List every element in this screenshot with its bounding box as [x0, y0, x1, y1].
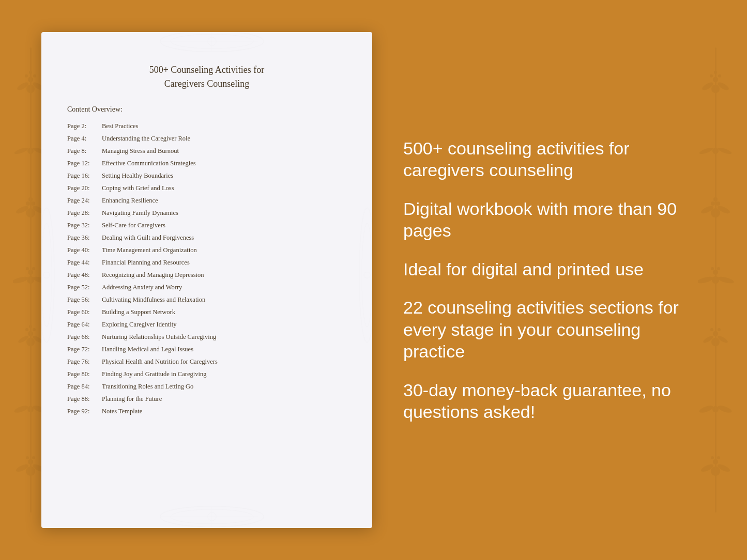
toc-item: Page 28:Navigating Family Dynamics [67, 208, 346, 218]
toc-page-number: Page 52: [67, 282, 101, 292]
toc-item: Page 20:Coping with Grief and Loss [67, 183, 346, 193]
svg-point-91 [362, 224, 372, 327]
toc-item: Page 44:Financial Planning and Resources [67, 257, 346, 268]
document-card: 500+ Counseling Activities for Caregiver… [41, 32, 372, 528]
toc-item: Page 48:Recognizing and Managing Depress… [67, 270, 346, 280]
toc-title: Coping with Grief and Loss [102, 183, 174, 193]
toc-page-number: Page 44: [67, 257, 101, 268]
toc-page-number: Page 84: [67, 381, 101, 392]
toc-item: Page 40:Time Management and Organization [67, 245, 346, 255]
toc-title: Handling Medical and Legal Issues [102, 344, 193, 354]
doc-watermark-left [41, 198, 62, 363]
toc-page-number: Page 24: [67, 195, 101, 206]
toc-item: Page 88:Planning for the Future [67, 394, 346, 404]
table-of-contents: Page 2:Best PracticesPage 4:Understandin… [67, 121, 346, 416]
toc-title: Managing Stress and Burnout [102, 146, 179, 156]
toc-title: Effective Communication Strategies [102, 158, 196, 168]
toc-page-number: Page 48: [67, 270, 101, 280]
toc-title: Cultivating Mindfulness and Relaxation [102, 294, 205, 305]
toc-title: Physical Health and Nutrition for Caregi… [102, 356, 218, 367]
toc-title: Setting Healthy Boundaries [102, 170, 173, 181]
toc-page-number: Page 88: [67, 394, 101, 404]
main-layout: 500+ Counseling Activities for Caregiver… [0, 0, 747, 560]
doc-watermark-top [155, 32, 258, 58]
doc-title: 500+ Counseling Activities for Caregiver… [67, 63, 346, 91]
toc-page-number: Page 56: [67, 294, 101, 305]
toc-title: Time Management and Organization [102, 245, 197, 255]
doc-watermark-bottom [155, 502, 258, 528]
toc-page-number: Page 76: [67, 356, 101, 367]
toc-title: Dealing with Guilt and Forgiveness [102, 232, 194, 243]
toc-page-number: Page 60: [67, 307, 101, 317]
toc-title: Financial Planning and Resources [102, 257, 190, 268]
toc-title: Navigating Family Dynamics [102, 208, 178, 218]
toc-title: Finding Joy and Gratitude in Caregiving [102, 369, 206, 379]
toc-item: Page 2:Best Practices [67, 121, 346, 131]
right-content: 500+ counseling activities for caregiver… [393, 137, 706, 423]
toc-item: Page 76:Physical Health and Nutrition fo… [67, 356, 346, 367]
svg-point-88 [41, 224, 52, 327]
toc-item: Page 80:Finding Joy and Gratitude in Car… [67, 369, 346, 379]
toc-item: Page 92:Notes Template [67, 406, 346, 416]
toc-page-number: Page 68: [67, 332, 101, 342]
feature-text-2: Digital workbook with more than 90 pages [403, 198, 706, 242]
toc-item: Page 12:Effective Communication Strategi… [67, 158, 346, 168]
toc-item: Page 24:Enhancing Resilience [67, 195, 346, 206]
toc-title: Enhancing Resilience [102, 195, 158, 206]
toc-title: Understanding the Caregiver Role [102, 133, 190, 144]
toc-page-number: Page 40: [67, 245, 101, 255]
toc-title: Planning for the Future [102, 394, 162, 404]
toc-title: Recognizing and Managing Depression [102, 270, 204, 280]
toc-item: Page 60:Building a Support Network [67, 307, 346, 317]
toc-page-number: Page 92: [67, 406, 101, 416]
toc-title: Addressing Anxiety and Worry [102, 282, 182, 292]
toc-page-number: Page 4: [67, 133, 101, 144]
toc-item: Page 84:Transitioning Roles and Letting … [67, 381, 346, 392]
toc-page-number: Page 64: [67, 319, 101, 330]
toc-title: Notes Template [102, 406, 142, 416]
toc-item: Page 4:Understanding the Caregiver Role [67, 133, 346, 144]
svg-point-92 [364, 272, 370, 278]
feature-text-4: 22 counseling activities sections for ev… [403, 297, 706, 363]
toc-item: Page 36:Dealing with Guilt and Forgivene… [67, 232, 346, 243]
toc-title: Self-Care for Caregivers [102, 220, 165, 230]
svg-point-89 [43, 272, 50, 278]
toc-item: Page 64:Exploring Caregiver Identity [67, 319, 346, 330]
toc-page-number: Page 16: [67, 170, 101, 181]
toc-page-number: Page 28: [67, 208, 101, 218]
toc-title: Exploring Caregiver Identity [102, 319, 176, 330]
toc-item: Page 56:Cultivating Mindfulness and Rela… [67, 294, 346, 305]
toc-item: Page 8:Managing Stress and Burnout [67, 146, 346, 156]
content-overview-label: Content Overview: [67, 105, 346, 114]
toc-page-number: Page 36: [67, 232, 101, 243]
toc-title: Best Practices [102, 121, 138, 131]
feature-text-5: 30-day money-back guarantee, no question… [403, 379, 706, 423]
toc-page-number: Page 2: [67, 121, 101, 131]
doc-watermark-right [352, 198, 372, 363]
toc-page-number: Page 72: [67, 344, 101, 354]
toc-title: Building a Support Network [102, 307, 175, 317]
toc-item: Page 32:Self-Care for Caregivers [67, 220, 346, 230]
toc-page-number: Page 80: [67, 369, 101, 379]
toc-item: Page 72:Handling Medical and Legal Issue… [67, 344, 346, 354]
toc-title: Transitioning Roles and Letting Go [102, 381, 193, 392]
toc-page-number: Page 32: [67, 220, 101, 230]
toc-page-number: Page 12: [67, 158, 101, 168]
toc-item: Page 52:Addressing Anxiety and Worry [67, 282, 346, 292]
toc-title: Nurturing Relationships Outside Caregivi… [102, 332, 216, 342]
toc-item: Page 16:Setting Healthy Boundaries [67, 170, 346, 181]
toc-item: Page 68:Nurturing Relationships Outside … [67, 332, 346, 342]
feature-text-1: 500+ counseling activities for caregiver… [403, 137, 706, 181]
toc-page-number: Page 8: [67, 146, 101, 156]
feature-text-3: Ideal for digital and printed use [403, 258, 706, 281]
toc-page-number: Page 20: [67, 183, 101, 193]
